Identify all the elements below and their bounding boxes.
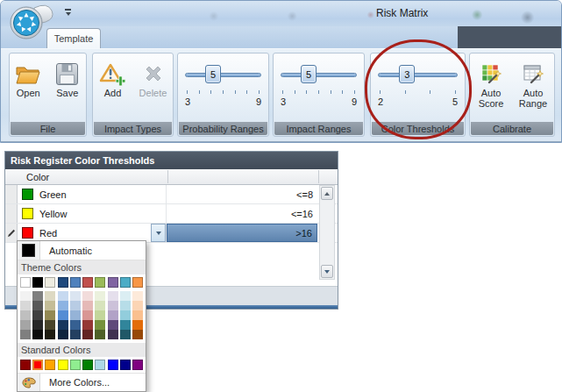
slider-track[interactable] (185, 73, 261, 77)
color-swatch[interactable] (82, 301, 93, 310)
color-swatch[interactable] (108, 277, 118, 288)
color-swatch[interactable] (95, 291, 105, 301)
color-swatch[interactable] (108, 291, 118, 301)
color-swatch[interactable] (32, 291, 43, 301)
color-swatch[interactable] (45, 320, 55, 330)
color-swatch[interactable] (95, 310, 105, 320)
threshold-cell-selected[interactable]: >16 (167, 224, 317, 242)
color-swatch[interactable] (70, 310, 81, 320)
color-swatch[interactable] (45, 291, 55, 301)
color-swatch[interactable] (132, 320, 143, 330)
color-swatch[interactable] (45, 360, 55, 370)
vertical-scrollbar[interactable] (319, 185, 335, 280)
color-swatch[interactable] (20, 360, 31, 370)
color-swatch[interactable] (95, 277, 105, 288)
color-swatch[interactable] (82, 330, 93, 339)
color-swatch[interactable] (132, 291, 143, 301)
color-swatch[interactable] (32, 310, 43, 320)
color-swatch[interactable] (120, 360, 131, 370)
threshold-cell[interactable]: <=8 (167, 185, 317, 203)
open-button[interactable]: Open (10, 57, 47, 98)
color-swatch[interactable] (108, 310, 118, 320)
color-swatch[interactable] (120, 301, 131, 310)
color-swatch[interactable] (70, 301, 81, 310)
color-swatch[interactable] (82, 360, 93, 370)
color-swatch[interactable] (132, 360, 143, 370)
color-swatch[interactable] (120, 277, 131, 288)
color-swatch[interactable] (108, 330, 118, 339)
row-selector[interactable] (5, 204, 18, 223)
color-swatch[interactable] (95, 301, 105, 310)
color-swatch[interactable] (120, 310, 131, 320)
color-cell[interactable]: Red (18, 224, 167, 242)
color-swatch[interactable] (108, 360, 118, 370)
color-swatch[interactable] (20, 310, 31, 320)
color-swatch[interactable] (132, 301, 143, 310)
color-swatch[interactable] (82, 320, 93, 330)
color-swatch[interactable] (82, 310, 93, 320)
color-swatch[interactable] (32, 320, 43, 330)
color-cell[interactable]: Yellow (18, 204, 167, 223)
slider-track[interactable] (281, 73, 357, 77)
color-swatch[interactable] (82, 277, 93, 288)
slider-thumb[interactable]: 5 (205, 65, 221, 83)
application-menu-button[interactable] (8, 3, 57, 43)
slider-thumb[interactable]: 5 (301, 65, 317, 83)
color-swatch[interactable] (20, 320, 31, 330)
save-button[interactable]: Save (49, 57, 87, 98)
color-swatch[interactable] (45, 310, 55, 320)
color-swatch[interactable] (120, 320, 131, 330)
color-swatch[interactable] (70, 277, 81, 288)
color-swatch[interactable] (120, 291, 131, 301)
color-swatch[interactable] (20, 291, 31, 301)
color-cell[interactable]: Green (18, 185, 167, 203)
color-swatch[interactable] (58, 301, 68, 310)
color-swatch[interactable] (45, 330, 55, 339)
auto-score-button[interactable]: Auto Score (471, 57, 511, 109)
auto-range-button[interactable]: Auto Range (513, 57, 553, 109)
color-swatch[interactable] (58, 320, 68, 330)
automatic-color-item[interactable]: Automatic (18, 241, 146, 260)
color-dropdown-button[interactable] (151, 224, 166, 242)
color-swatch-selected[interactable] (32, 360, 43, 370)
color-swatch[interactable] (108, 301, 118, 310)
row-selector[interactable] (5, 185, 18, 203)
color-swatch[interactable] (70, 291, 81, 301)
threshold-cell[interactable]: <=16 (167, 204, 317, 223)
save-label: Save (56, 88, 78, 98)
color-swatch[interactable] (70, 330, 81, 339)
color-swatch[interactable] (20, 301, 31, 310)
color-swatch[interactable] (132, 310, 143, 320)
color-swatch[interactable] (132, 277, 143, 288)
theme-colors-variants (18, 289, 146, 343)
add-impact-type-button[interactable]: Add (94, 57, 132, 98)
scroll-up-button[interactable] (321, 187, 333, 200)
color-swatch[interactable] (20, 277, 31, 288)
color-swatch[interactable] (32, 330, 43, 339)
more-colors-item[interactable]: More Colors... (18, 373, 146, 391)
color-swatch[interactable] (120, 330, 131, 339)
color-swatch[interactable] (32, 277, 43, 288)
color-swatch[interactable] (58, 310, 68, 320)
row-selector[interactable] (5, 224, 18, 242)
delete-impact-type-button[interactable]: Delete (134, 57, 173, 98)
color-swatch[interactable] (32, 301, 43, 310)
color-swatch[interactable] (95, 360, 105, 370)
column-header-color[interactable]: Color (26, 172, 49, 182)
color-swatch[interactable] (58, 291, 68, 301)
color-swatch[interactable] (58, 360, 68, 370)
color-swatch[interactable] (20, 330, 31, 339)
color-swatch[interactable] (95, 320, 105, 330)
color-swatch[interactable] (108, 320, 118, 330)
scroll-down-button[interactable] (321, 265, 333, 278)
color-swatch[interactable] (58, 330, 68, 339)
color-swatch[interactable] (45, 301, 55, 310)
color-swatch[interactable] (45, 277, 55, 288)
color-swatch[interactable] (58, 277, 68, 288)
color-swatch[interactable] (70, 320, 81, 330)
color-swatch[interactable] (132, 330, 143, 339)
color-swatch[interactable] (95, 330, 105, 339)
color-swatch[interactable] (70, 360, 81, 370)
quick-access-dropdown-icon[interactable] (64, 9, 72, 18)
color-swatch[interactable] (82, 291, 93, 301)
